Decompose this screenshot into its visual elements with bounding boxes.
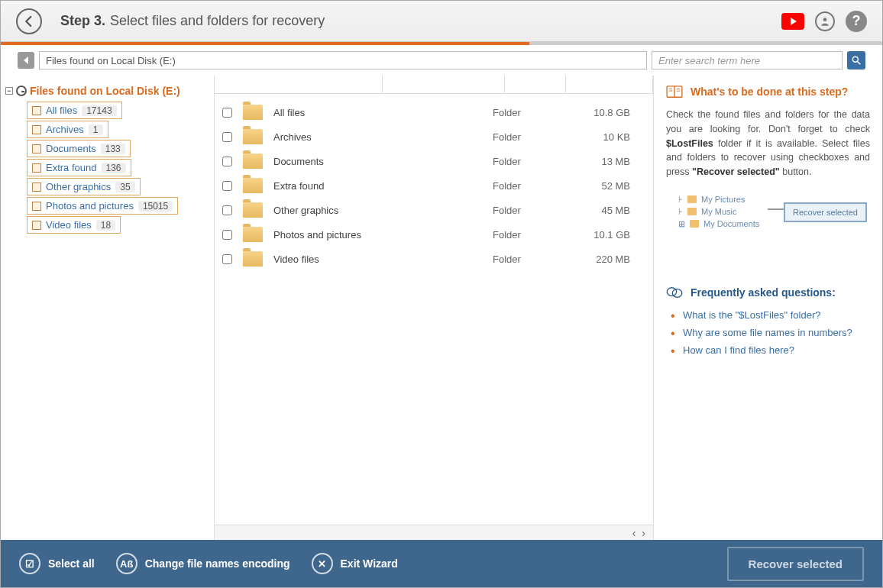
file-type: Folder xyxy=(493,205,569,216)
help-icon[interactable]: ? xyxy=(846,11,867,32)
file-size: 10 KB xyxy=(569,131,645,143)
encoding-button[interactable]: Aß Change file names encoding xyxy=(116,553,290,574)
file-name: Documents xyxy=(273,156,493,167)
file-size: 10.8 GB xyxy=(569,107,645,118)
folder-icon xyxy=(243,251,263,267)
faq-title: Frequently asked questions: xyxy=(666,286,870,299)
tree-item[interactable]: Archives1 xyxy=(27,121,108,138)
file-type: Folder xyxy=(493,131,569,143)
folder-icon xyxy=(243,129,263,144)
faq-item: What is the "$LostFiles" folder? xyxy=(683,306,870,324)
tree-item-count: 35 xyxy=(115,182,134,192)
folder-icon xyxy=(243,105,263,120)
tree-item-label: Extra found xyxy=(46,162,97,173)
tree-item-count: 133 xyxy=(101,144,125,154)
faq-item: How can I find files here? xyxy=(683,341,870,359)
help-illustration: ⊦My Pictures ⊦My Music ⊞My Documents Rec… xyxy=(669,195,867,256)
collapse-icon[interactable]: − xyxy=(5,87,13,95)
svg-point-10 xyxy=(672,289,681,297)
row-checkbox[interactable] xyxy=(222,230,232,240)
folder-icon xyxy=(32,183,41,192)
tree-item-label: Other graphics xyxy=(46,181,111,192)
file-size: 52 MB xyxy=(569,180,645,192)
path-back-button[interactable] xyxy=(18,52,34,69)
encoding-icon: Aß xyxy=(116,553,137,574)
file-row[interactable]: All filesFolder10.8 GB xyxy=(215,100,653,124)
path-input[interactable]: Files found on Local Disk (E:) xyxy=(39,51,647,69)
youtube-icon[interactable] xyxy=(781,13,804,30)
page-title: Step 3.Select files and folders for reco… xyxy=(60,13,325,29)
svg-point-1 xyxy=(852,57,858,62)
tree-item[interactable]: Extra found136 xyxy=(27,159,131,176)
file-type: Folder xyxy=(493,254,569,265)
file-row[interactable]: Photos and picturesFolder10.1 GB xyxy=(215,222,653,247)
file-size: 220 MB xyxy=(569,254,645,265)
folder-icon xyxy=(243,153,263,169)
tree-item[interactable]: Video files18 xyxy=(27,216,121,234)
file-size: 13 MB xyxy=(569,156,645,167)
folder-icon xyxy=(32,202,41,211)
list-header xyxy=(215,76,653,94)
file-size: 10.1 GB xyxy=(569,229,645,241)
folder-icon xyxy=(32,163,41,173)
file-row[interactable]: Other graphicsFolder45 MB xyxy=(215,198,653,222)
faq-link[interactable]: Why are some file names in numbers? xyxy=(683,327,852,338)
file-name: Video files xyxy=(273,254,493,265)
page-prev[interactable]: ‹ xyxy=(632,527,636,539)
folder-icon xyxy=(32,125,41,134)
tree-item-count: 17143 xyxy=(82,105,116,116)
tree-item-count: 1 xyxy=(89,124,103,135)
help-title: What's to be done at this step? xyxy=(666,85,870,99)
folder-icon xyxy=(32,106,41,115)
file-row[interactable]: Video filesFolder220 MB xyxy=(215,247,653,271)
row-checkbox[interactable] xyxy=(222,254,232,264)
row-checkbox[interactable] xyxy=(222,108,232,118)
tree-item-label: Documents xyxy=(46,143,96,154)
tree-item-count: 18 xyxy=(96,220,115,231)
user-icon[interactable] xyxy=(815,11,835,31)
tree-item[interactable]: Documents133 xyxy=(27,140,131,157)
tree-item-label: Video files xyxy=(46,219,92,231)
faq-link[interactable]: How can I find files here? xyxy=(683,344,794,356)
help-sidebar: What's to be done at this step? Check th… xyxy=(653,76,882,540)
folder-icon xyxy=(32,221,41,230)
search-input[interactable]: Enter search term here xyxy=(652,51,843,69)
row-checkbox[interactable] xyxy=(222,181,232,191)
row-checkbox[interactable] xyxy=(222,157,232,166)
tree-item[interactable]: Other graphics35 xyxy=(27,178,141,195)
file-name: All files xyxy=(273,107,493,118)
tree-panel: − Files found on Local Disk (E:) All fil… xyxy=(1,76,215,540)
file-row[interactable]: ArchivesFolder10 KB xyxy=(215,124,653,149)
clock-icon xyxy=(16,86,27,96)
select-all-icon: ☑ xyxy=(19,553,40,574)
row-checkbox[interactable] xyxy=(222,132,232,142)
tree-item-count: 136 xyxy=(102,163,126,173)
row-checkbox[interactable] xyxy=(222,205,232,215)
file-row[interactable]: Extra foundFolder52 MB xyxy=(215,173,653,198)
tree-item[interactable]: All files17143 xyxy=(27,102,122,119)
file-type: Folder xyxy=(493,156,569,167)
faq-item: Why are some file names in numbers? xyxy=(683,324,870,341)
exit-wizard-button[interactable]: ✕ Exit Wizard xyxy=(312,553,398,574)
select-all-button[interactable]: ☑ Select all xyxy=(19,553,95,574)
tree-item-label: All files xyxy=(46,105,77,116)
recover-selected-button[interactable]: Recover selected xyxy=(727,547,864,581)
search-button[interactable] xyxy=(847,51,865,69)
file-row[interactable]: DocumentsFolder13 MB xyxy=(215,149,653,173)
page-next[interactable]: › xyxy=(642,527,645,539)
help-text: Check the found files and folders for th… xyxy=(666,108,870,179)
file-type: Folder xyxy=(493,180,569,192)
file-list: All filesFolder10.8 GBArchivesFolder10 K… xyxy=(215,76,653,540)
folder-icon xyxy=(243,202,263,218)
tree-item[interactable]: Photos and pictures15015 xyxy=(27,197,178,215)
svg-point-0 xyxy=(823,18,827,21)
tree-root[interactable]: − Files found on Local Disk (E:) xyxy=(5,83,209,99)
back-button[interactable] xyxy=(16,8,42,34)
close-icon: ✕ xyxy=(312,553,333,574)
tree-item-label: Archives xyxy=(46,124,84,135)
faq-link[interactable]: What is the "$LostFiles" folder? xyxy=(683,309,820,321)
folder-icon xyxy=(32,144,41,153)
folder-icon xyxy=(243,178,263,193)
list-pagination: ‹ › xyxy=(215,525,653,540)
file-type: Folder xyxy=(493,229,569,241)
